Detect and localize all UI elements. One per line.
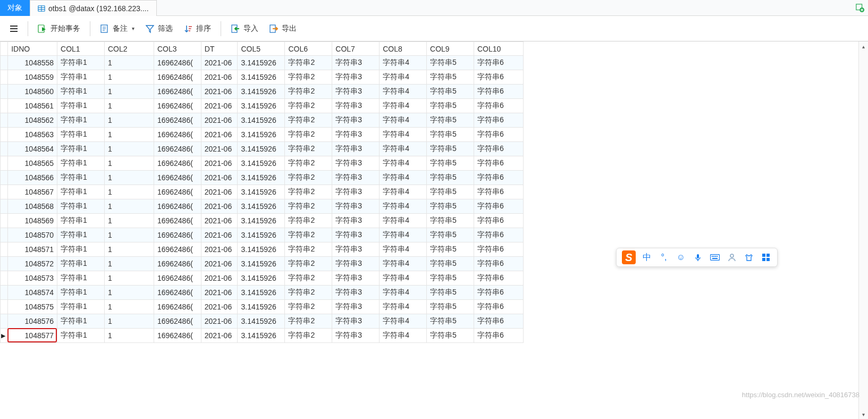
cell[interactable]: 字符串2 (285, 113, 332, 128)
hamburger-menu[interactable] (5, 21, 22, 37)
cell-idno[interactable]: 1048563 (8, 128, 57, 142)
cell[interactable]: 字符串3 (332, 314, 380, 329)
cell[interactable]: 3.1415926 (238, 113, 285, 128)
cell[interactable]: 字符串2 (285, 56, 332, 70)
cell[interactable]: 2021-06 (201, 85, 238, 99)
table-row[interactable]: 1048574字符串1116962486(2021-063.1415926字符串… (1, 286, 524, 300)
cell[interactable]: 字符串2 (285, 242, 332, 257)
cell[interactable]: 字符串6 (474, 314, 523, 329)
cell[interactable]: 字符串1 (57, 257, 105, 271)
cell[interactable]: 字符串6 (474, 271, 523, 286)
cell[interactable]: 3.1415926 (238, 286, 285, 300)
cell[interactable]: 3.1415926 (238, 271, 285, 286)
cell-idno[interactable]: 1048577 (8, 329, 57, 343)
col-header[interactable]: COL6 (285, 42, 332, 56)
cell[interactable]: 字符串5 (427, 271, 474, 286)
cell[interactable]: 3.1415926 (238, 70, 285, 85)
cell[interactable]: 16962486( (154, 56, 201, 70)
cell[interactable]: 1 (104, 257, 154, 271)
cell[interactable]: 字符串5 (427, 314, 474, 329)
cell[interactable]: 字符串5 (427, 300, 474, 314)
cell[interactable]: 字符串1 (57, 214, 105, 228)
cell[interactable]: 字符串1 (57, 171, 105, 185)
col-header[interactable]: COL5 (238, 42, 285, 56)
cell[interactable]: 3.1415926 (238, 257, 285, 271)
table-row[interactable]: 1048568字符串1116962486(2021-063.1415926字符串… (1, 199, 524, 214)
cell[interactable]: 2021-06 (201, 113, 238, 128)
cell[interactable]: 3.1415926 (238, 199, 285, 214)
cell[interactable]: 2021-06 (201, 199, 238, 214)
cell[interactable]: 3.1415926 (238, 242, 285, 257)
cell[interactable]: 字符串5 (427, 142, 474, 156)
cell[interactable]: 1 (104, 199, 154, 214)
cell[interactable]: 字符串3 (332, 56, 380, 70)
cell[interactable]: 3.1415926 (238, 142, 285, 156)
table-row[interactable]: 1048560字符串1116962486(2021-063.1415926字符串… (1, 85, 524, 99)
col-header[interactable]: COL1 (57, 42, 105, 56)
cell[interactable]: 2021-06 (201, 228, 238, 242)
cell[interactable]: 字符串4 (380, 286, 427, 300)
cell[interactable]: 字符串6 (474, 214, 523, 228)
vertical-scrollbar[interactable]: ▴ ▾ (858, 41, 868, 419)
filter-button[interactable]: 筛选 (141, 21, 177, 37)
cell[interactable]: 字符串3 (332, 156, 380, 171)
cell[interactable]: 16962486( (154, 113, 201, 128)
table-row[interactable]: 1048567字符串1116962486(2021-063.1415926字符串… (1, 185, 524, 199)
cell[interactable]: 2021-06 (201, 314, 238, 329)
cell[interactable]: 16962486( (154, 242, 201, 257)
table-row[interactable]: 1048569字符串1116962486(2021-063.1415926字符串… (1, 214, 524, 228)
col-header[interactable]: DT (201, 42, 238, 56)
cell[interactable]: 字符串4 (380, 228, 427, 242)
ime-voice-icon[interactable] (692, 252, 704, 263)
cell[interactable]: 字符串4 (380, 128, 427, 142)
col-header[interactable]: COL3 (154, 42, 201, 56)
cell[interactable]: 字符串1 (57, 228, 105, 242)
table-row[interactable]: 1048572字符串1116962486(2021-063.1415926字符串… (1, 257, 524, 271)
cell[interactable]: 2021-06 (201, 286, 238, 300)
cell[interactable]: 字符串3 (332, 85, 380, 99)
cell[interactable]: 字符串6 (474, 185, 523, 199)
cell[interactable]: 字符串6 (474, 56, 523, 70)
cell[interactable]: 字符串6 (474, 329, 523, 343)
table-row[interactable]: 1048562字符串1116962486(2021-063.1415926字符串… (1, 113, 524, 128)
ime-lang[interactable]: 中 (641, 252, 653, 263)
cell[interactable]: 3.1415926 (238, 185, 285, 199)
cell[interactable]: 16962486( (154, 99, 201, 113)
cell-idno[interactable]: 1048575 (8, 300, 57, 314)
cell[interactable]: 3.1415926 (238, 314, 285, 329)
cell[interactable]: 字符串2 (285, 257, 332, 271)
cell[interactable]: 字符串5 (427, 286, 474, 300)
cell[interactable]: 1 (104, 329, 154, 343)
cell[interactable]: 字符串3 (332, 242, 380, 257)
cell[interactable]: 2021-06 (201, 242, 238, 257)
cell[interactable]: 字符串1 (57, 99, 105, 113)
cell[interactable]: 16962486( (154, 257, 201, 271)
cell[interactable]: 字符串4 (380, 214, 427, 228)
cell[interactable]: 字符串5 (427, 185, 474, 199)
table-row[interactable]: 1048563字符串1116962486(2021-063.1415926字符串… (1, 128, 524, 142)
col-header[interactable]: COL7 (332, 42, 380, 56)
cell[interactable]: 字符串2 (285, 156, 332, 171)
cell[interactable]: 3.1415926 (238, 85, 285, 99)
cell[interactable]: 字符串4 (380, 156, 427, 171)
cell[interactable]: 字符串4 (380, 329, 427, 343)
cell[interactable]: 字符串6 (474, 142, 523, 156)
cell[interactable]: 字符串5 (427, 56, 474, 70)
cell[interactable]: 字符串5 (427, 329, 474, 343)
cell[interactable]: 字符串1 (57, 242, 105, 257)
cell[interactable]: 字符串5 (427, 214, 474, 228)
cell[interactable]: 1 (104, 70, 154, 85)
cell[interactable]: 字符串5 (427, 228, 474, 242)
cell[interactable]: 字符串6 (474, 242, 523, 257)
cell[interactable]: 字符串1 (57, 113, 105, 128)
table-row[interactable]: 1048570字符串1116962486(2021-063.1415926字符串… (1, 228, 524, 242)
table-row[interactable]: 1048564字符串1116962486(2021-063.1415926字符串… (1, 142, 524, 156)
cell[interactable]: 16962486( (154, 314, 201, 329)
ime-punct-icon[interactable]: °, (658, 252, 670, 263)
cell[interactable]: 字符串1 (57, 300, 105, 314)
cell[interactable]: 字符串3 (332, 99, 380, 113)
cell[interactable]: 字符串1 (57, 156, 105, 171)
cell[interactable]: 字符串5 (427, 156, 474, 171)
cell[interactable]: 字符串1 (57, 70, 105, 85)
cell[interactable]: 字符串4 (380, 70, 427, 85)
